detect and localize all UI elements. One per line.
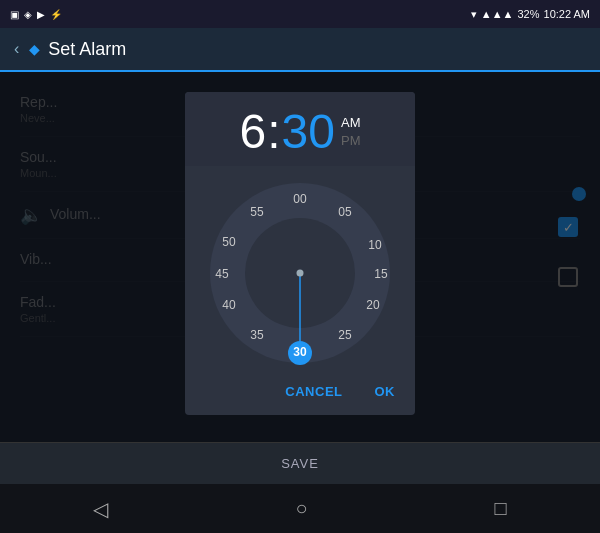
signal-icon: ▲▲▲ [481,8,514,20]
play-icon: ▶ [37,9,45,20]
clock-50[interactable]: 50 [222,235,236,249]
nav-bar: ◁ ○ □ [0,484,600,533]
pm-label[interactable]: PM [341,132,361,150]
battery-text: 32% [517,8,539,20]
am-label[interactable]: AM [341,114,361,132]
back-nav-button[interactable]: ◁ [93,497,108,521]
save-bar[interactable]: SAVE [0,442,600,484]
colon-display: : [267,108,280,156]
shield-icon: ◈ [24,9,32,20]
clock-20[interactable]: 20 [366,298,380,312]
clock-10[interactable]: 10 [368,238,382,252]
clock-15[interactable]: 15 [374,267,388,281]
back-button[interactable]: ‹ [14,40,19,58]
clock-svg[interactable]: 00 05 10 15 20 25 30 35 40 45 [205,178,395,368]
top-bar: ‹ ◆ Set Alarm [0,28,600,72]
clock-45[interactable]: 45 [215,267,229,281]
cancel-button[interactable]: CANCEL [279,380,348,403]
time-picker-dialog: 6 : 30 AM PM 00 0 [185,92,415,415]
status-bar: ▣ ◈ ▶ ⚡ ▾ ▲▲▲ 32% 10:22 AM [0,0,600,28]
bolt-icon: ⚡ [50,9,62,20]
clock-00[interactable]: 00 [293,192,307,206]
clock-center [297,270,304,277]
clock-25[interactable]: 25 [338,328,352,342]
clock-55[interactable]: 55 [250,205,264,219]
dialog-buttons: CANCEL OK [185,374,415,415]
time-text: 10:22 AM [544,8,590,20]
wifi-icon: ▾ [471,8,477,21]
status-icons-left: ▣ ◈ ▶ ⚡ [10,9,62,20]
ampm-display: AM PM [341,114,361,150]
hour-display[interactable]: 6 [240,108,267,156]
clock-30[interactable]: 30 [293,345,307,359]
clock-40[interactable]: 40 [222,298,236,312]
clock-05[interactable]: 05 [338,205,352,219]
diamond-icon: ◆ [29,41,40,57]
notification-icon: ▣ [10,9,19,20]
home-nav-button[interactable]: ○ [295,497,307,520]
clock-35[interactable]: 35 [250,328,264,342]
clock-face-container[interactable]: 00 05 10 15 20 25 30 35 40 45 [185,166,415,374]
status-icons-right: ▾ ▲▲▲ 32% 10:22 AM [471,8,590,21]
main-content: Rep... Neve... Sou... Moun... 🔈 Volum...… [0,72,600,442]
recent-nav-button[interactable]: □ [494,497,506,520]
save-button[interactable]: SAVE [281,456,319,471]
page-title: Set Alarm [48,39,126,60]
minutes-display[interactable]: 30 [282,108,335,156]
ok-button[interactable]: OK [369,380,402,403]
time-display: 6 : 30 AM PM [185,92,415,166]
